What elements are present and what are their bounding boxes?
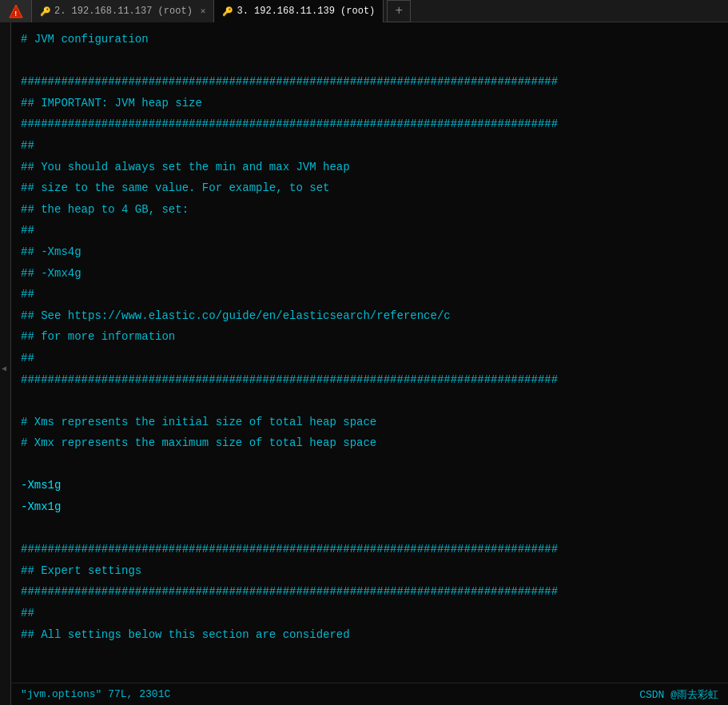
line-5: ########################################… (21, 114, 718, 135)
sidebar-arrow: ◀ (2, 364, 6, 373)
line-25: ########################################… (21, 539, 718, 560)
line-2 (21, 50, 718, 72)
line-22: -Xms1g (21, 475, 718, 496)
line-20: # Xmx represents the maximum size of tot… (21, 432, 718, 454)
line-17: ########################################… (21, 369, 718, 391)
line-13: ## (21, 284, 718, 305)
status-author: CSDN @雨去彩虹 (639, 687, 718, 702)
line-11: ## -Xms4g (21, 241, 718, 263)
app-icon: ! (0, 0, 32, 22)
line-12: ## -Xmx4g (21, 263, 718, 285)
line-9: ## the heap to 4 GB, set: (21, 199, 718, 221)
line-4: ## IMPORTANT: JVM heap size (21, 93, 718, 114)
line-29: ## All settings below this section are c… (21, 624, 718, 646)
tab-1[interactable]: 🔑 2. 192.168.11.137 (root) ✕ (32, 0, 214, 22)
tab-bar: ! 🔑 2. 192.168.11.137 (root) ✕ 🔑 3. 192.… (0, 0, 728, 22)
content-area: # JVM configuration ####################… (11, 22, 728, 705)
line-8: ## size to the same value. For example, … (21, 177, 718, 199)
tab-1-icon: 🔑 (40, 6, 50, 16)
status-bar: "jvm.options" 77L, 2301C CSDN @雨去彩虹 (11, 683, 728, 705)
left-sidebar: ◀ (0, 22, 11, 705)
line-15: ## for more information (21, 326, 718, 348)
line-27: ########################################… (21, 581, 718, 603)
line-3: ########################################… (21, 71, 718, 93)
line-21 (21, 454, 718, 476)
tab-2-icon: 🔑 (222, 6, 232, 16)
tab-1-close[interactable]: ✕ (201, 6, 206, 16)
line-19: # Xms represents the initial size of tot… (21, 412, 718, 433)
line-23: -Xmx1g (21, 496, 718, 518)
line-7: ## You should always set the min and max… (21, 157, 718, 178)
line-10: ## (21, 220, 718, 241)
tab-2[interactable]: 🔑 3. 192.168.11.139 (root) (214, 0, 384, 22)
add-tab-button[interactable]: + (387, 0, 411, 22)
line-1: # JVM configuration (21, 29, 718, 50)
line-6: ## (21, 135, 718, 157)
tab-1-label: 2. 192.168.11.137 (root) (54, 6, 193, 17)
line-26: ## Expert settings (21, 560, 718, 582)
line-24 (21, 518, 718, 540)
svg-text:!: ! (14, 10, 18, 18)
line-14: ## See https://www.elastic.co/guide/en/e… (21, 305, 718, 327)
line-18 (21, 390, 718, 412)
line-28: ## (21, 603, 718, 624)
tab-2-label: 3. 192.168.11.139 (root) (237, 6, 375, 17)
line-16: ## (21, 348, 718, 369)
status-file-info: "jvm.options" 77L, 2301C (21, 688, 170, 700)
